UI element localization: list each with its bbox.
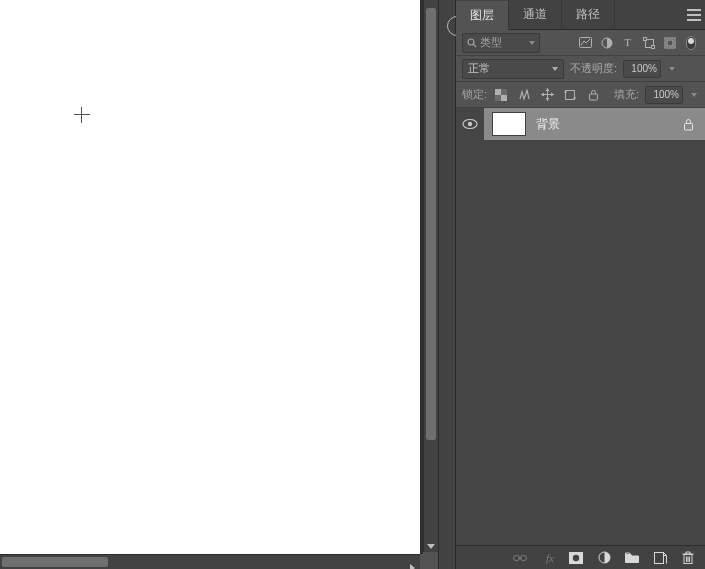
right-panel-area: i 图层 通道 路径 类型 T 正常	[438, 0, 705, 569]
svg-point-29	[468, 122, 472, 126]
svg-point-13	[688, 38, 694, 44]
horizontal-scrollbar-right-arrow[interactable]	[408, 558, 416, 566]
svg-rect-38	[654, 552, 663, 563]
layer-list: 背景	[456, 108, 705, 545]
svg-marker-22	[541, 93, 544, 97]
tab-channels[interactable]: 通道	[509, 0, 562, 29]
svg-rect-8	[643, 37, 646, 40]
tab-layers[interactable]: 图层	[456, 1, 509, 30]
document-canvas[interactable]	[0, 0, 420, 554]
filter-pixel-icon[interactable]	[577, 34, 594, 51]
filter-type-label: 类型	[480, 35, 502, 50]
filter-smart-object-icon[interactable]	[661, 34, 678, 51]
link-layers-icon[interactable]	[511, 549, 529, 566]
svg-rect-9	[651, 45, 654, 48]
horizontal-scrollbar-thumb[interactable]	[2, 557, 108, 567]
layer-filter-row: 类型 T	[456, 30, 705, 56]
svg-text:T: T	[624, 37, 631, 48]
svg-marker-0	[427, 544, 435, 549]
filter-type-text-icon[interactable]: T	[619, 34, 636, 51]
svg-marker-23	[551, 93, 554, 97]
lock-transparent-pixels-icon[interactable]	[493, 86, 510, 103]
layer-body[interactable]: 背景	[484, 108, 705, 140]
filter-toggle-switch[interactable]	[682, 34, 699, 51]
svg-rect-16	[501, 89, 507, 95]
new-group-icon[interactable]	[623, 549, 641, 566]
svg-marker-20	[545, 88, 549, 91]
opacity-dropdown-arrow[interactable]	[667, 60, 677, 78]
svg-rect-17	[495, 95, 501, 101]
blend-opacity-row: 正常 不透明度: 100%	[456, 56, 705, 82]
blend-mode-value: 正常	[468, 61, 490, 76]
vertical-scrollbar[interactable]	[423, 0, 438, 552]
layer-name[interactable]: 背景	[536, 116, 669, 133]
visibility-toggle[interactable]	[456, 108, 484, 140]
svg-line-3	[473, 44, 476, 47]
chevron-down-icon	[552, 67, 558, 71]
lock-position-icon[interactable]	[539, 86, 556, 103]
filter-type-select[interactable]: 类型	[462, 33, 540, 53]
svg-marker-21	[545, 98, 549, 101]
fill-dropdown-arrow[interactable]	[689, 86, 699, 104]
layer-effects-icon[interactable]: fx	[539, 549, 557, 566]
opacity-input[interactable]: 100%	[623, 60, 661, 78]
lock-all-icon[interactable]	[585, 86, 602, 103]
svg-rect-30	[684, 123, 692, 130]
opacity-label: 不透明度:	[570, 61, 617, 76]
eye-icon	[462, 118, 478, 130]
vertical-scrollbar-thumb[interactable]	[426, 8, 436, 440]
filter-adjustment-icon[interactable]	[598, 34, 615, 51]
panel-menu-icon[interactable]	[687, 9, 701, 21]
horizontal-scrollbar[interactable]	[0, 554, 420, 569]
layers-panel-footer: fx	[456, 545, 705, 569]
blend-mode-select[interactable]: 正常	[462, 59, 564, 79]
layer-row[interactable]: 背景	[456, 108, 705, 140]
filter-shape-icon[interactable]	[640, 34, 657, 51]
vertical-scrollbar-down-arrow[interactable]	[427, 542, 435, 550]
panel-tabs: 图层 通道 路径	[456, 0, 705, 30]
svg-point-2	[468, 39, 474, 45]
lock-fill-row: 锁定: 填充: 100%	[456, 82, 705, 108]
svg-rect-15	[501, 95, 507, 101]
svg-marker-1	[410, 564, 415, 569]
add-mask-icon[interactable]	[567, 549, 585, 566]
layer-thumbnail[interactable]	[492, 112, 526, 136]
lock-image-pixels-icon[interactable]	[516, 86, 533, 103]
delete-layer-icon[interactable]	[679, 549, 697, 566]
lock-label: 锁定:	[462, 87, 487, 102]
adjustment-layer-icon[interactable]	[595, 549, 613, 566]
svg-point-36	[573, 554, 579, 560]
fill-label: 填充:	[614, 87, 639, 102]
chevron-down-icon	[529, 41, 535, 45]
svg-text:fx: fx	[546, 552, 554, 564]
collapsed-panel-strip: i	[438, 0, 456, 569]
svg-rect-27	[589, 94, 597, 100]
new-layer-icon[interactable]	[651, 549, 669, 566]
canvas-area-container	[0, 0, 438, 569]
lock-artboard-icon[interactable]	[562, 86, 579, 103]
layer-lock-icon[interactable]	[679, 115, 697, 133]
fill-input[interactable]: 100%	[645, 86, 683, 104]
layers-panel: 图层 通道 路径 类型 T 正常 不透明度:	[456, 0, 705, 569]
svg-rect-11	[667, 40, 673, 46]
svg-rect-14	[495, 89, 501, 95]
tab-paths[interactable]: 路径	[562, 0, 615, 29]
